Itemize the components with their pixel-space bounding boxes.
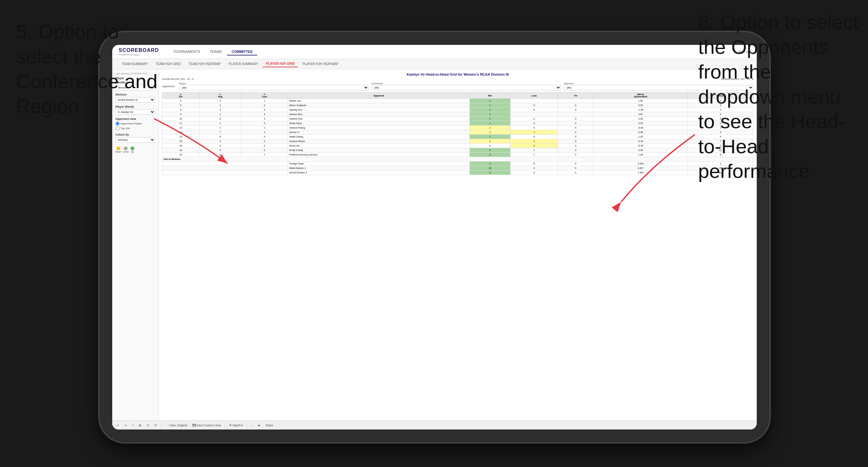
sub-tab-player-h2h-grid[interactable]: PLAYER H2H GRID: [262, 61, 298, 67]
toolbar-view-original[interactable]: 📄 View: Original: [164, 424, 189, 427]
out-of-division-header: Out of division: [162, 157, 753, 161]
bottom-toolbar: ↩ ↪ ⤴ ⊞ ↺ ⏱ 📄 View: Original 💾 Save Cust…: [159, 421, 757, 430]
col-conf: #Conf: [241, 93, 288, 99]
table-row: 1063 Andrea York 200 4.004: [162, 117, 753, 121]
annotation-left: 5. Option to select the Conference and R…: [16, 19, 157, 119]
table-row: 1585 Stella Cheng 100 1.254: [162, 135, 753, 139]
table-row: NAIA Division 1 1500 9.26730: [162, 166, 753, 170]
filter-region-group: Region (All): [179, 82, 369, 90]
toolbar-sep2: [225, 423, 225, 428]
annotation-right: 6. Option to select the Opponents from t…: [698, 10, 858, 184]
table-row: 633 Sydney Kuo 100 -1.003: [162, 108, 753, 112]
color-dot-level: [124, 147, 128, 150]
filter-conference-select[interactable]: (All): [371, 85, 561, 90]
table-row: 1633 Jessica Mason 120 -0.947: [162, 139, 753, 144]
filter-region-label: Region: [179, 82, 369, 85]
opponents-label: Opponents:: [162, 85, 175, 88]
col-div: #Div: [162, 93, 199, 99]
toolbar-save-custom[interactable]: 💾 Save Custom View: [191, 424, 222, 427]
nav-tab-committee[interactable]: COMMITTEE: [227, 49, 257, 56]
table-row: 914 Sharon Mun 1 3.673: [162, 112, 753, 117]
filter-conference-group: Conference (All): [371, 82, 561, 90]
filter-row: Opponents: Region (All) Conference (All): [162, 82, 753, 90]
grid-title: Katelyn Vo Head-to-Head Grid for Women's…: [162, 72, 753, 76]
app-header: SCOREBOARD Powered by clippd TOURNAMENTS…: [112, 45, 757, 59]
colour-by-label: Colour by: [116, 133, 155, 136]
col-tie: Tie: [558, 93, 593, 99]
color-label-down: Down: [116, 151, 121, 153]
tablet-screen: SCOREBOARD Powered by clippd TOURNAMENTS…: [112, 45, 757, 430]
sub-tab-team-h2h-heatmap[interactable]: TEAM H2H HEATMAP: [185, 61, 224, 67]
toolbar-share[interactable]: Share: [264, 424, 275, 427]
col-diff: Diff AvStrokes/Rnd: [593, 93, 688, 99]
col-loss: Loss: [510, 93, 558, 99]
grid-area: Katelyn Vo Head-to-Head Grid for Women's…: [159, 69, 757, 430]
overall-record: Overall Record: 353 - 34 - 6: [162, 77, 194, 81]
data-table: #Div #Reg #Conf Opponent Win Loss Tie Di…: [162, 92, 753, 175]
nav-tabs-main: TOURNAMENTS TEAMS COMMITTEE: [169, 49, 739, 56]
table-row: Foreign Team 100 4.5002: [162, 161, 753, 166]
table-row: 331 Esther Lee 1 1.504: [162, 99, 753, 103]
col-reg: #Reg: [199, 93, 241, 99]
opponent-view-top100[interactable]: Top 100: [116, 126, 155, 130]
sub-nav: TEAM SUMMARY TEAM H2H GRID TEAM H2H HEAT…: [112, 59, 757, 69]
table-row: NCAA Division 2 500 7.40010: [162, 170, 753, 175]
toolbar-sep1: [161, 423, 161, 428]
nav-tab-tournaments[interactable]: TOURNAMENTS: [169, 49, 205, 56]
color-legend: Down Level Up: [116, 147, 155, 153]
tablet-frame: SCOREBOARD Powered by clippd TOURNAMENTS…: [99, 32, 770, 442]
table-row: 1966 Emily Chang 410 0.3011: [162, 148, 753, 153]
color-dot-down: [116, 147, 120, 150]
color-dot-up: [130, 147, 134, 150]
nav-tab-teams[interactable]: TEAMS: [205, 49, 226, 56]
sub-tab-player-h2h-heatmap[interactable]: PLAYER H2H HEATMAP: [299, 61, 341, 67]
table-row: 20117 Federica Domecq Lacroze 210 1.336: [162, 153, 753, 157]
colour-by-select[interactable]: Win/loss: [116, 137, 155, 143]
toolbar-sep3: [247, 423, 247, 428]
table-row: 1125 Heejo Hyun 100 3.333: [162, 121, 753, 126]
main-content: Last Updated: 27/03/2024 04:34 Player Ge…: [112, 69, 757, 430]
toolbar-swap[interactable]: ⇄: [256, 424, 262, 427]
records-row: Overall Record: 353 - 34 - 6 Division Re…: [162, 77, 753, 81]
table-row: 1311 Jessica Huang 100 -3.002: [162, 126, 753, 130]
sub-tab-player-summary[interactable]: PLAYER SUMMARY: [225, 61, 261, 67]
col-win: Win: [469, 93, 510, 99]
filter-region-select[interactable]: (All): [179, 85, 369, 90]
toolbar-updown[interactable]: ↕: [250, 424, 254, 427]
table-row: 522 Alexis Sudjianto 100 4.003: [162, 103, 753, 108]
color-label-up: Up: [131, 151, 134, 153]
table-row: 1474 Eunice Yi 220 0.389: [162, 130, 753, 135]
table-row: 1822 Euna Lee 030 -5.002: [162, 144, 753, 148]
sidebar: Last Updated: 27/03/2024 04:34 Player Ge…: [112, 69, 159, 430]
color-label-level: Level: [123, 151, 129, 153]
toolbar-watch[interactable]: 👁 Watch ▾: [228, 424, 244, 427]
opponent-view-played[interactable]: Opponents Played: [116, 122, 155, 126]
filter-conference-label: Conference: [371, 82, 561, 85]
col-opponent: Opponent: [288, 93, 470, 99]
